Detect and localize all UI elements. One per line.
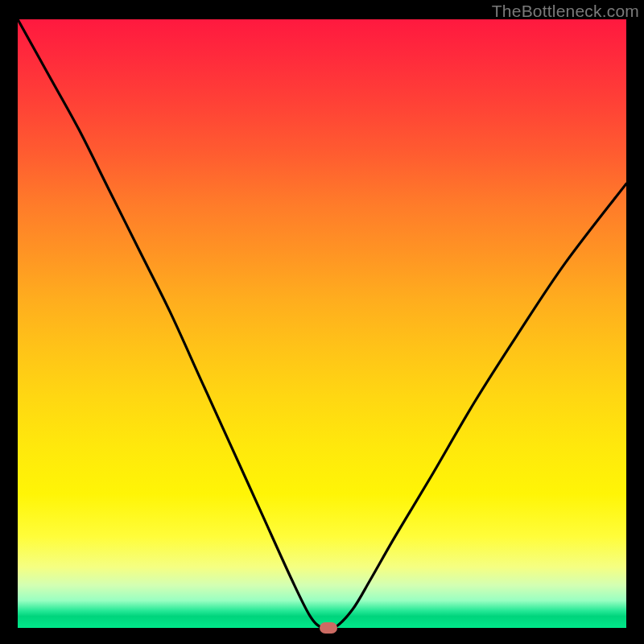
- bottleneck-curve: [18, 19, 626, 628]
- optimum-marker: [320, 622, 337, 634]
- chart-frame: TheBottleneck.com: [0, 0, 644, 644]
- watermark-text: TheBottleneck.com: [492, 2, 639, 21]
- plot-area: [18, 19, 626, 628]
